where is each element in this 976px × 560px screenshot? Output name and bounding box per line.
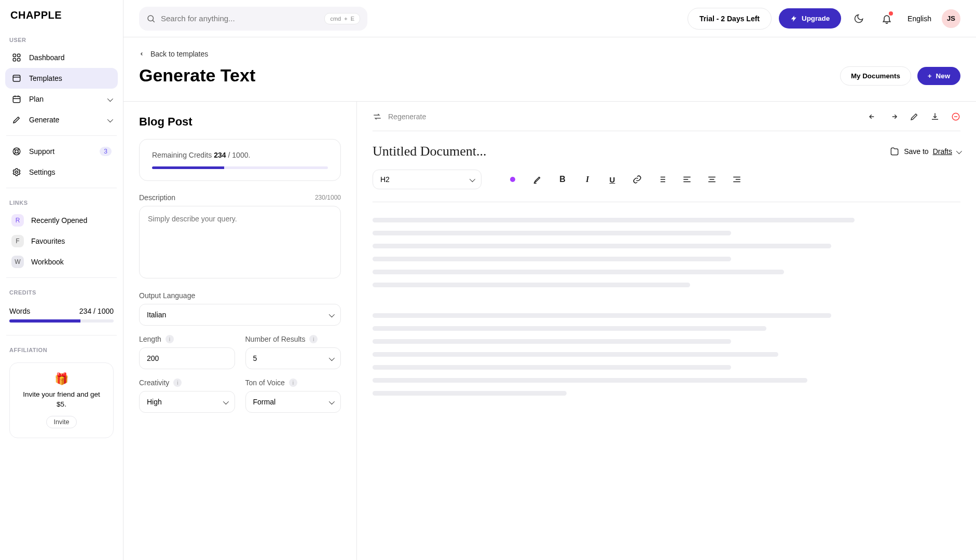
credit-card: Remaining Credits 234 / 1000. — [139, 139, 341, 181]
upgrade-button[interactable]: Upgrade — [779, 8, 841, 29]
link-favourites[interactable]: F Favourites — [5, 231, 118, 251]
link-button[interactable] — [632, 175, 642, 184]
regenerate-button[interactable]: Regenerate — [373, 112, 426, 121]
credits-progress — [9, 319, 114, 323]
underline-button[interactable]: U — [607, 175, 617, 184]
nav-generate[interactable]: Generate — [5, 109, 118, 130]
new-button[interactable]: + New — [917, 67, 960, 85]
highlight-button[interactable] — [532, 175, 543, 184]
svg-rect-5 — [13, 96, 20, 103]
affiliation-text: Invite your friend and get $5. — [17, 390, 106, 410]
link-label: Workbook — [31, 258, 64, 266]
form-pane: Blog Post Remaining Credits 234 / 1000. … — [123, 102, 357, 560]
keyboard-shortcut: cmd+E — [324, 13, 360, 24]
notifications-button[interactable] — [876, 8, 897, 29]
nav-support[interactable]: Support 3 — [5, 141, 118, 162]
nav-plan[interactable]: Plan — [5, 89, 118, 109]
support-badge: 3 — [100, 147, 112, 156]
bold-button[interactable]: B — [557, 175, 568, 184]
chevron-down-icon — [107, 95, 112, 103]
sidebar: CHAPPLE USER Dashboard Templates Plan — [0, 0, 123, 560]
align-center-button[interactable] — [707, 175, 717, 184]
nav-settings[interactable]: Settings — [5, 162, 118, 183]
chevron-down-icon — [470, 175, 474, 184]
credits-value: 234 / 1000 — [79, 307, 114, 315]
theme-toggle[interactable] — [848, 8, 869, 29]
avatar[interactable]: JS — [942, 9, 960, 28]
chevron-down-icon — [329, 311, 333, 319]
document-title[interactable]: Untitled Document... — [373, 144, 487, 159]
chip: R — [11, 214, 24, 227]
chip: F — [11, 235, 24, 247]
nav-label: Templates — [29, 74, 62, 82]
credits-block: Words 234 / 1000 — [0, 300, 123, 330]
save-to-drafts[interactable]: Save to Drafts — [889, 146, 960, 157]
trial-pill[interactable]: Trial - 2 Days Left — [688, 8, 772, 30]
swap-icon — [373, 112, 382, 121]
nav-dashboard[interactable]: Dashboard — [5, 47, 118, 68]
my-documents-button[interactable]: My Documents — [840, 66, 911, 86]
section-affiliation: AFFILIATION — [0, 341, 123, 357]
delete-button[interactable] — [951, 112, 960, 121]
grid-icon — [11, 52, 22, 63]
svg-rect-3 — [18, 59, 20, 61]
chevron-down-icon — [956, 147, 960, 156]
language-selector[interactable]: English — [904, 15, 934, 23]
download-button[interactable] — [930, 112, 940, 121]
svg-point-9 — [148, 16, 154, 21]
nav-label: Plan — [29, 95, 44, 103]
align-left-button[interactable] — [682, 175, 692, 184]
moon-icon — [854, 13, 864, 24]
link-workbook[interactable]: W Workbook — [5, 251, 118, 272]
info-icon[interactable]: i — [289, 379, 297, 387]
nav-label: Dashboard — [29, 53, 65, 62]
heading-select[interactable]: H2 — [373, 170, 482, 189]
svg-rect-4 — [13, 75, 20, 81]
info-icon[interactable]: i — [173, 379, 182, 387]
description-label: Description — [139, 193, 175, 202]
edit-button[interactable] — [910, 112, 919, 121]
num-results-label: Number of Results — [245, 335, 306, 343]
nav-label: Support — [29, 147, 54, 156]
editor-toolbar: H2 B I U — [373, 166, 960, 202]
pencil-icon — [11, 115, 22, 125]
topbar: cmd+E Trial - 2 Days Left Upgrade — [123, 0, 976, 37]
redo-button[interactable] — [889, 112, 898, 121]
skeleton-paragraph — [373, 218, 960, 287]
nav-label: Settings — [29, 168, 56, 176]
text-color-button[interactable] — [507, 177, 518, 182]
back-link[interactable]: Back to templates — [139, 50, 255, 58]
section-user: USER — [0, 31, 123, 47]
italic-button[interactable]: I — [582, 175, 593, 184]
link-recently-opened[interactable]: R Recently Opened — [5, 210, 118, 231]
svg-rect-2 — [13, 59, 16, 61]
invite-button[interactable]: Invite — [46, 416, 77, 428]
nav-templates[interactable]: Templates — [5, 68, 118, 89]
description-counter: 230/1000 — [315, 194, 341, 201]
search-icon — [146, 14, 156, 23]
chevron-down-icon — [329, 354, 333, 362]
creativity-select[interactable]: High — [139, 391, 235, 413]
tone-select[interactable]: Formal — [245, 391, 341, 413]
page-header: Back to templates Generate Text My Docum… — [123, 37, 976, 102]
info-icon[interactable]: i — [309, 335, 318, 343]
search-input[interactable] — [161, 14, 319, 23]
align-right-button[interactable] — [732, 175, 742, 184]
svg-rect-1 — [18, 54, 20, 57]
folder-icon — [889, 146, 900, 157]
length-input[interactable]: 200 — [139, 347, 235, 369]
link-label: Favourites — [31, 237, 65, 245]
document-pane: Regenerate — [357, 102, 976, 560]
description-input[interactable] — [139, 206, 341, 278]
chevron-down-icon — [329, 398, 333, 406]
output-language-select[interactable]: Italian — [139, 304, 341, 326]
link-label: Recently Opened — [31, 216, 87, 225]
undo-button[interactable] — [868, 112, 877, 121]
search-box[interactable]: cmd+E — [139, 7, 367, 31]
info-icon[interactable]: i — [166, 335, 174, 343]
svg-point-7 — [15, 150, 18, 153]
list-button[interactable] — [657, 175, 667, 184]
chip: W — [11, 256, 24, 268]
num-results-select[interactable]: 5 — [245, 347, 341, 369]
plus-icon: + — [928, 72, 932, 80]
